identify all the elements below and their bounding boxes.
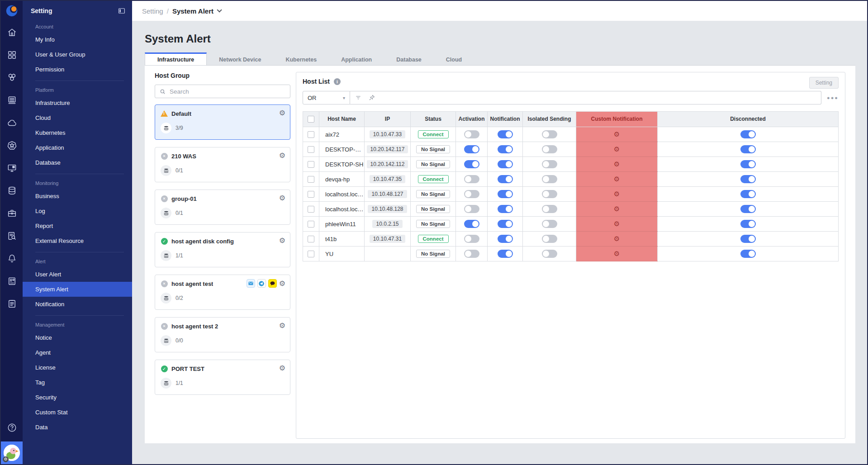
breadcrumb-current[interactable]: System Alert (172, 7, 213, 15)
sidebar-item-kubernetes[interactable]: Kubernetes (23, 125, 132, 140)
row-checkbox[interactable] (308, 176, 314, 183)
sidebar-item-database[interactable]: Database (23, 155, 132, 170)
host-group-card[interactable]: ×210 WAS⚙0/1 (155, 147, 290, 182)
row-checkbox[interactable] (308, 236, 314, 242)
select-all-checkbox[interactable] (308, 116, 314, 123)
activation-toggle[interactable] (464, 130, 479, 138)
host-group-card[interactable]: ×host agent test 2⚙0/0 (155, 317, 290, 352)
briefcase-icon[interactable] (1, 202, 23, 224)
isolated-sending-toggle[interactable] (542, 220, 557, 228)
search-input[interactable] (170, 88, 286, 95)
tab-infrastructure[interactable]: Infrastructure (145, 52, 207, 65)
tab-kubernetes[interactable]: Kubernetes (273, 52, 329, 65)
sidebar-item-user-alert[interactable]: User Alert (23, 267, 132, 282)
operator-select[interactable]: OR ▾ (303, 91, 350, 104)
telegram-channel-icon[interactable] (257, 279, 266, 288)
custom-notification-gear-icon[interactable]: ⚙ (614, 220, 620, 228)
tab-application[interactable]: Application (329, 52, 384, 65)
id-card-icon[interactable] (1, 270, 23, 292)
server-stack-icon[interactable] (1, 89, 23, 111)
custom-notification-gear-icon[interactable]: ⚙ (614, 175, 620, 183)
sidebar-item-security[interactable]: Security (23, 390, 132, 405)
custom-notification-gear-icon[interactable]: ⚙ (614, 130, 620, 138)
disconnected-toggle[interactable] (740, 235, 756, 243)
notification-toggle[interactable] (498, 190, 513, 198)
group-settings-gear-icon[interactable]: ⚙ (279, 237, 285, 245)
host-group-card[interactable]: ✓host agent disk config⚙1/1 (155, 232, 290, 267)
more-options-icon[interactable]: ●●● (827, 95, 839, 100)
sidebar-item-my-info[interactable]: My Info (23, 32, 132, 47)
isolated-sending-toggle[interactable] (542, 130, 557, 138)
activation-toggle[interactable] (464, 235, 479, 243)
kakao-channel-icon[interactable] (268, 279, 277, 288)
host-group-card[interactable]: ×group-01⚙0/1 (155, 190, 290, 225)
isolated-sending-toggle[interactable] (542, 175, 557, 183)
tab-network-device[interactable]: Network Device (207, 52, 273, 65)
activation-toggle[interactable] (464, 250, 479, 258)
sidebar-item-notification[interactable]: Notification (23, 297, 132, 312)
isolated-sending-toggle[interactable] (542, 250, 557, 258)
hexagon-cluster-icon[interactable] (1, 66, 23, 89)
group-settings-gear-icon[interactable]: ⚙ (279, 364, 285, 372)
isolated-sending-toggle[interactable] (542, 145, 557, 153)
app-logo[interactable] (1, 1, 23, 21)
sidebar-item-cloud[interactable]: Cloud (23, 110, 132, 125)
row-checkbox[interactable] (308, 191, 314, 198)
sidebar-item-custom-stat[interactable]: Custom Stat (23, 405, 132, 420)
host-group-card[interactable]: Default⚙3/9 (155, 104, 290, 140)
help-icon[interactable] (1, 416, 23, 439)
group-settings-gear-icon[interactable]: ⚙ (279, 109, 285, 117)
isolated-sending-toggle[interactable] (542, 190, 557, 198)
tab-cloud[interactable]: Cloud (434, 52, 474, 65)
notification-toggle[interactable] (498, 235, 513, 243)
disconnected-toggle[interactable] (740, 250, 756, 258)
activation-toggle[interactable] (464, 220, 479, 228)
info-icon[interactable]: i (334, 78, 341, 85)
activation-toggle[interactable] (464, 175, 479, 183)
bell-icon[interactable] (1, 247, 23, 270)
apps-grid-icon[interactable] (1, 43, 23, 66)
custom-notification-gear-icon[interactable]: ⚙ (614, 235, 620, 242)
sidebar-item-external-resource[interactable]: External Resource (23, 233, 132, 248)
disconnected-toggle[interactable] (740, 220, 756, 228)
activation-toggle[interactable] (464, 205, 479, 213)
isolated-sending-toggle[interactable] (542, 235, 557, 243)
custom-notification-gear-icon[interactable]: ⚙ (614, 145, 620, 153)
sidebar-item-notice[interactable]: Notice (23, 330, 132, 345)
row-checkbox[interactable] (308, 146, 314, 153)
disconnected-toggle[interactable] (740, 130, 756, 138)
notification-toggle[interactable] (498, 220, 513, 228)
sidebar-item-infrastructure[interactable]: Infrastructure (23, 95, 132, 110)
disconnected-toggle[interactable] (740, 190, 756, 198)
tab-database[interactable]: Database (384, 52, 434, 65)
group-settings-gear-icon[interactable]: ⚙ (279, 194, 285, 202)
monitor-icon[interactable] (1, 157, 23, 179)
clipboard-icon[interactable] (1, 292, 23, 315)
breadcrumb-caret-icon[interactable] (217, 7, 222, 12)
host-group-card[interactable]: ✓PORT TEST⚙1/1 (155, 360, 290, 395)
row-checkbox[interactable] (308, 206, 314, 213)
disconnected-toggle[interactable] (740, 205, 756, 213)
notification-toggle[interactable] (498, 145, 513, 153)
collapse-sidebar-icon[interactable] (118, 7, 126, 15)
home-icon[interactable] (1, 21, 23, 43)
sidebar-item-report[interactable]: Report (23, 218, 132, 233)
sidebar-item-log[interactable]: Log (23, 204, 132, 218)
breadcrumb-parent[interactable]: Setting (142, 7, 163, 15)
row-checkbox[interactable] (308, 161, 314, 168)
custom-notification-gear-icon[interactable]: ⚙ (614, 205, 620, 213)
custom-notification-gear-icon[interactable]: ⚙ (614, 250, 620, 257)
kubernetes-icon[interactable] (1, 134, 23, 157)
group-settings-gear-icon[interactable]: ⚙ (279, 322, 285, 330)
sidebar-item-application[interactable]: Application (23, 140, 132, 155)
custom-notification-gear-icon[interactable]: ⚙ (614, 160, 620, 168)
sidebar-item-tag[interactable]: Tag (23, 375, 132, 390)
notification-toggle[interactable] (498, 250, 513, 258)
disconnected-toggle[interactable] (740, 175, 756, 183)
isolated-sending-toggle[interactable] (542, 160, 557, 168)
disconnected-toggle[interactable] (740, 160, 756, 168)
setting-button[interactable]: Setting (809, 77, 839, 89)
filter-icon[interactable] (355, 94, 362, 101)
host-group-card[interactable]: ×host agent test⚙0/2 (155, 275, 290, 310)
activation-toggle[interactable] (464, 145, 479, 153)
